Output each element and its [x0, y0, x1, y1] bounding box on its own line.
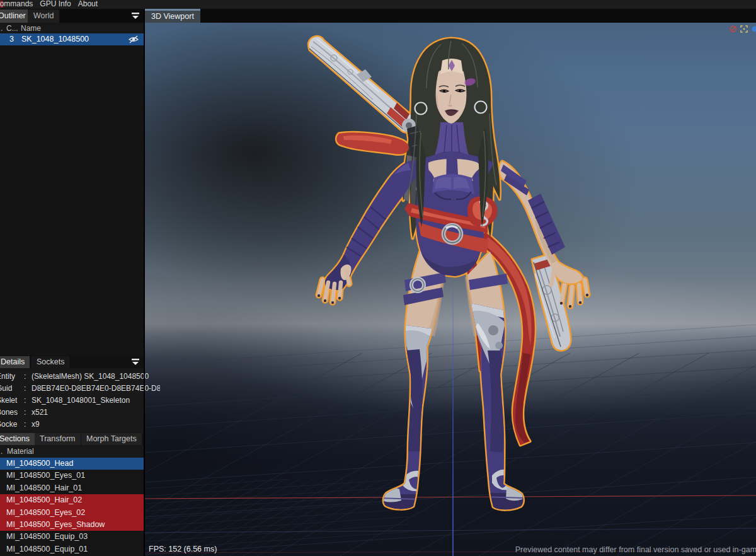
material-row[interactable]: MI_1048500_Head [0, 458, 144, 470]
floor-grid [145, 325, 756, 556]
left-panel: . C... Name 3 SK_1048_1048500 Details So… [0, 23, 144, 556]
field-entity: Entity:(SkeletalMesh) SK_1048_1048500 [0, 372, 160, 384]
menu-bar: Commands GPU Info About [0, 0, 756, 9]
no-render-icon[interactable] [730, 25, 737, 33]
character-model[interactable] [309, 37, 588, 556]
tab-sections[interactable]: Sections [0, 433, 35, 445]
tab-transform[interactable]: Transform [35, 433, 81, 445]
material-row[interactable]: MI_1048500_Hair_02 [0, 494, 144, 506]
material-row[interactable]: MI_1048500_Eyes_01 [0, 470, 144, 482]
viewport-icons [730, 25, 755, 33]
outliner-col-name[interactable]: Name [21, 24, 41, 33]
tab-sockets[interactable]: Sockets [32, 356, 69, 368]
outliner-empty-area[interactable] [0, 45, 144, 356]
outliner-row-selected[interactable]: 3 SK_1048_1048500 [0, 33, 144, 45]
panel-divider [144, 0, 145, 556]
details-fields: Entity:(SkeletalMesh) SK_1048_1048500 Gu… [0, 369, 144, 433]
details-filter-icon[interactable] [131, 358, 140, 366]
tab-morph-targets[interactable]: Morph Targets [81, 433, 142, 445]
material-row[interactable]: MI_1048500_Eyes_Shadow [0, 519, 144, 531]
field-sockets-count: Socke:x9 [0, 420, 160, 432]
outliner-col-c[interactable]: C... [6, 24, 18, 33]
material-row[interactable]: MI_1048500_Hair_01 [0, 482, 144, 494]
character-right-arm [318, 161, 418, 304]
disclaimer-text: Previewed content may differ from final … [515, 545, 756, 554]
outliner-header-row: . C... Name [0, 23, 144, 33]
viewport-canvas [145, 23, 756, 556]
tab-details[interactable]: Details [0, 356, 30, 368]
sword-scabbard-upper [309, 37, 415, 132]
axis-red [145, 495, 756, 499]
menu-gpu-info[interactable]: GPU Info [40, 0, 77, 9]
field-bones: Bones:x521 [0, 408, 160, 420]
fps-counter: FPS: 152 (6.56 ms) [149, 545, 217, 553]
tab-world[interactable]: World [28, 9, 59, 23]
field-guid: Guid:D8EB74E0-D8EB74E0-D8EB74E0-D8EB74E0 [0, 384, 160, 396]
3d-viewport[interactable]: FPS: 152 (6.56 ms) Previewed content may… [145, 23, 756, 556]
menu-commands[interactable]: Commands [0, 0, 40, 9]
material-column-header[interactable]: . Material [0, 446, 144, 458]
material-row[interactable]: MI_1048500_Eyes_02 [0, 507, 144, 519]
outliner-col-id[interactable]: . [1, 24, 3, 33]
tab-outliner[interactable]: Outliner [0, 9, 32, 23]
info-icon[interactable] [751, 25, 756, 33]
tab-3d-viewport[interactable]: 3D Viewport [145, 9, 200, 23]
field-skeleton: Skelet:SK_1048_1048001_Skeleton [0, 396, 160, 408]
material-list: MI_1048500_Head MI_1048500_Eyes_01 MI_10… [0, 458, 144, 556]
visibility-off-icon[interactable] [129, 35, 139, 43]
tab-strip: Outliner World [0, 9, 756, 23]
material-row[interactable]: MI_1048500_Equip_01 [0, 543, 144, 555]
frame-icon[interactable] [740, 25, 748, 33]
outliner-filter-icon[interactable] [131, 12, 140, 20]
material-row[interactable]: MI_1048500_Equip_03 [0, 531, 144, 543]
menu-about[interactable]: About [78, 0, 105, 9]
